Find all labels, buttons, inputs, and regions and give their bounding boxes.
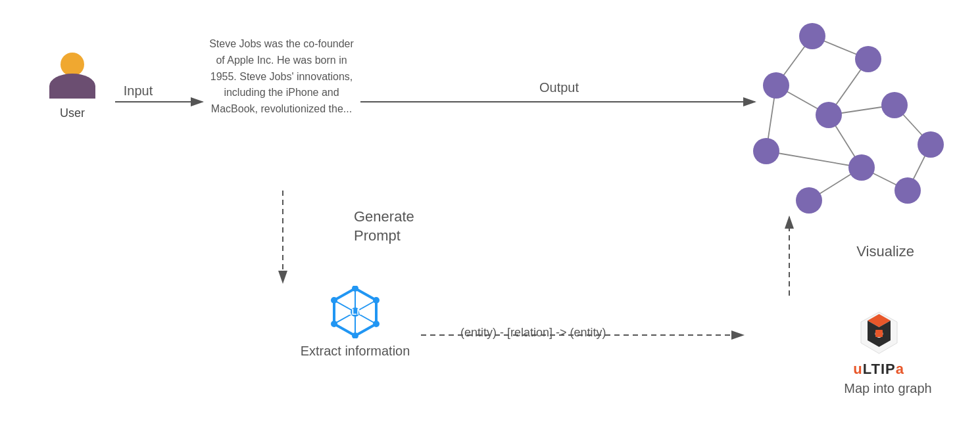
graph-node [881, 92, 908, 118]
graph-node [763, 72, 789, 99]
input-text-box: Steve Jobs was the co-founder of Apple I… [209, 36, 354, 118]
diagram-container: Input Output User Steve Jobs was the co-… [0, 0, 980, 431]
visualize-text: Visualize [856, 243, 914, 260]
main-svg: Input Output [0, 0, 980, 431]
user-section: User [36, 53, 109, 120]
graph-node [918, 131, 944, 158]
generate-line1: Generate [354, 208, 414, 225]
visualize-label: Visualize [856, 243, 914, 260]
user-avatar [49, 53, 95, 99]
llm-icon: LLM [329, 286, 381, 338]
graph-node [799, 23, 825, 49]
graph-edge [766, 151, 862, 168]
llm-label: Extract information [301, 344, 410, 359]
map-label: Map into graph [835, 381, 941, 396]
entity-relation-text: (entity) - [relation] -> (entity) [460, 326, 606, 340]
user-head [61, 53, 84, 76]
graph-node [816, 102, 842, 128]
input-label-text: Input [124, 83, 153, 98]
graph-node [753, 138, 779, 164]
llm-section: LLM Extract information [289, 286, 421, 359]
graph-node [796, 187, 822, 214]
output-label-text: Output [539, 80, 579, 95]
input-text: Steve Jobs was the co-founder of Apple I… [209, 38, 354, 114]
map-label-text: Map into graph [844, 381, 931, 396]
ultipa-logo [854, 309, 904, 358]
generate-prompt-label: Generate Prompt [354, 208, 414, 245]
ultipa-name: uLTIPa [853, 361, 904, 378]
user-label: User [60, 106, 85, 120]
entity-relation-label: (entity) - [relation] -> (entity) [460, 326, 606, 339]
svg-rect-20 [875, 330, 883, 337]
graph-node [894, 177, 921, 204]
llm-text: LLM [347, 307, 364, 317]
user-body [49, 74, 95, 99]
graph-node [855, 46, 881, 72]
ultipa-section: uLTIPa [853, 309, 904, 378]
graph-node [848, 154, 875, 181]
generate-line2: Prompt [354, 227, 401, 244]
